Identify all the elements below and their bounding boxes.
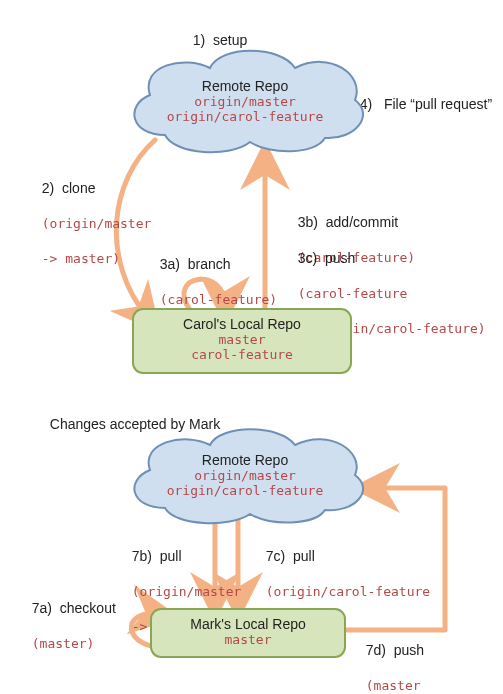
remote-line1-1: origin/master bbox=[120, 94, 370, 109]
mark-local-repo: Mark's Local Repo master bbox=[150, 608, 346, 658]
mark-line1: master bbox=[150, 632, 346, 647]
carol-line1: master bbox=[132, 332, 352, 347]
step-7a: 7a) checkout (master) bbox=[24, 582, 116, 652]
remote-line1-2: origin/master bbox=[120, 468, 370, 483]
remote-line2-1: origin/carol-feature bbox=[120, 109, 370, 124]
step-2: 2) clone (origin/master -> master) bbox=[34, 162, 151, 267]
remote-title-2: Remote Repo bbox=[120, 452, 370, 468]
step-4: 4) File “pull request” bbox=[352, 78, 492, 113]
remote-line2-2: origin/carol-feature bbox=[120, 483, 370, 498]
carol-line2: carol-feature bbox=[132, 347, 352, 362]
remote-repo-cloud-2: Remote Repo origin/master origin/carol-f… bbox=[120, 420, 370, 530]
remote-title-1: Remote Repo bbox=[120, 78, 370, 94]
carol-local-repo: Carol's Local Repo master carol-feature bbox=[132, 308, 352, 374]
step-7d: 7d) push (master -> origin/master) bbox=[358, 624, 499, 694]
mark-title: Mark's Local Repo bbox=[150, 616, 346, 632]
carol-title: Carol's Local Repo bbox=[132, 316, 352, 332]
remote-repo-cloud-1: Remote Repo origin/master origin/carol-f… bbox=[120, 40, 370, 160]
step-3a: 3a) branch (carol-feature) bbox=[152, 238, 277, 308]
